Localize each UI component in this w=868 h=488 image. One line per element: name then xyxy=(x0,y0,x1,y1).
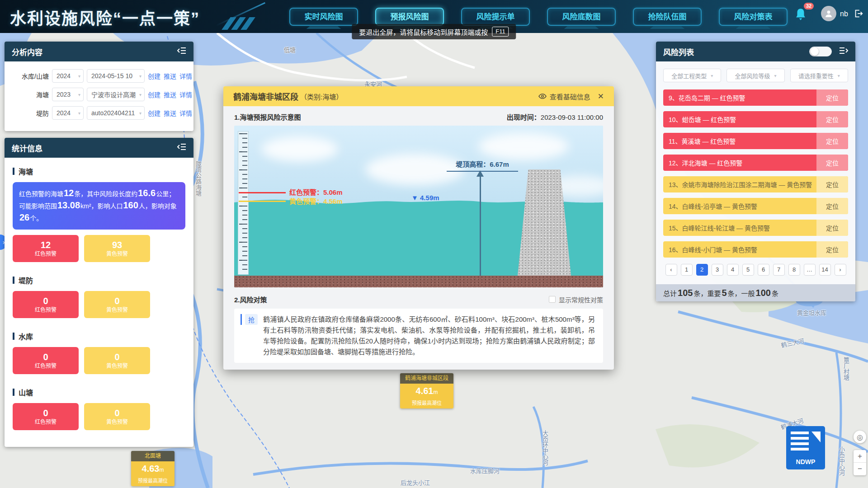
page-button[interactable]: 14 xyxy=(819,264,831,276)
detail-link[interactable]: 详情 xyxy=(179,90,192,99)
nav-forecast-risk-map[interactable]: 预报风险图 xyxy=(375,8,444,26)
locate-button[interactable]: 定位 xyxy=(816,133,848,149)
scheme-select[interactable]: 宁波市设计高潮▾ xyxy=(87,88,145,101)
detail-link[interactable]: 详情 xyxy=(179,108,192,117)
year-select[interactable]: 2024▾ xyxy=(52,69,84,83)
yellow-label: 黄色预警 xyxy=(106,419,128,426)
locate-button[interactable]: 定位 xyxy=(816,89,848,106)
avatar[interactable] xyxy=(821,6,836,21)
time-label: 出现时间： xyxy=(507,113,541,121)
create-link[interactable]: 创建 xyxy=(148,71,160,80)
year-select[interactable]: 2023▾ xyxy=(52,88,84,101)
seawall-cards: 12红色预警 93黄色预警 xyxy=(13,235,185,262)
popup-title: 北面塘 xyxy=(131,451,175,461)
locate-button[interactable]: 定位 xyxy=(816,241,848,258)
map-layers-button[interactable]: ◎ xyxy=(854,431,866,443)
yellow-warning-card[interactable]: 0黄色预警 xyxy=(84,403,150,430)
page-button[interactable]: 7 xyxy=(773,264,785,276)
create-link[interactable]: 创建 xyxy=(148,108,160,117)
water-level-marker: ▼ 4.59m xyxy=(411,194,439,202)
create-link[interactable]: 创建 xyxy=(148,90,160,99)
page-button-active[interactable]: 2 xyxy=(696,264,708,276)
map-label: 黄金坦水库 xyxy=(797,308,826,317)
red-label: 红色预警 xyxy=(35,307,57,314)
risk-item-text: 15、白峰轮江线-轮江塘 — 黄色预警 xyxy=(663,220,816,236)
push-link[interactable]: 推送 xyxy=(164,71,176,80)
risk-item[interactable]: 10、蚶岙塘 — 红色预警定位 xyxy=(663,111,848,127)
locate-button[interactable]: 定位 xyxy=(816,111,848,127)
analysis-row-seawall: 海塘 2023▾ 宁波市设计高潮▾ 创建 推送 详情 xyxy=(11,88,187,101)
map-zoom-control[interactable]: + − xyxy=(854,450,866,475)
collapse-right-icon[interactable] xyxy=(839,47,848,56)
risk-list-toggle[interactable] xyxy=(809,47,832,56)
checkbox-label: 显示常规性对策 xyxy=(559,295,603,304)
nav-risk-base-map[interactable]: 风险底数图 xyxy=(547,8,616,26)
year-select[interactable]: 2024▾ xyxy=(52,106,84,120)
risk-item[interactable]: 16、白峰线-小门塘 — 黄色预警定位 xyxy=(663,241,848,258)
push-link[interactable]: 推送 xyxy=(164,90,176,99)
page-button[interactable]: 4 xyxy=(727,264,739,276)
next-page-button[interactable]: › xyxy=(835,264,846,276)
yellow-count: 0 xyxy=(114,352,119,363)
section-seawall: 海塘 xyxy=(13,166,185,177)
nav-risk-notice-list[interactable]: 风险提示单 xyxy=(461,8,530,26)
red-count: 0 xyxy=(43,352,48,363)
page-button[interactable]: 1 xyxy=(681,264,693,276)
page-button[interactable]: 6 xyxy=(758,264,769,276)
nav-realtime-risk-map[interactable]: 实时风险图 xyxy=(289,8,358,26)
checkbox-icon[interactable] xyxy=(549,296,556,303)
risk-item[interactable]: 15、白峰轮江线-轮江塘 — 黄色预警定位 xyxy=(663,220,848,236)
row-label: 海塘 xyxy=(11,90,49,99)
scheme-value: 宁波市设计高潮 xyxy=(91,90,138,99)
logout-icon[interactable] xyxy=(854,9,863,20)
page-ellipsis[interactable]: … xyxy=(804,264,816,276)
risk-level-select[interactable]: 全部风险等级▾ xyxy=(726,69,784,82)
red-warning-card[interactable]: 0红色预警 xyxy=(13,347,79,374)
map-popup-hepu[interactable]: 鹤浦海塘非城区段 4.61m 预报最高潮位 xyxy=(400,373,453,408)
risk-item[interactable]: 14、白峰线-沿亭塘 — 黄色预警定位 xyxy=(663,198,848,214)
yellow-warning-card[interactable]: 0黄色预警 xyxy=(84,291,150,318)
close-icon[interactable]: ✕ xyxy=(598,92,604,101)
section-title: 水库 xyxy=(19,331,33,342)
page-button[interactable]: 3 xyxy=(712,264,723,276)
yellow-warning-line xyxy=(239,201,286,202)
map-popup-beimiantang[interactable]: 北面塘 4.63m 预报最高潮位 xyxy=(131,451,175,486)
summary-text: 人，影响对象 xyxy=(139,202,177,210)
prev-page-button[interactable]: ‹ xyxy=(665,264,677,276)
scheme-select[interactable]: 2024-05-15 10▾ xyxy=(87,69,145,83)
red-warning-card[interactable]: 12红色预警 xyxy=(13,235,79,262)
page-button[interactable]: 8 xyxy=(788,264,800,276)
push-link[interactable]: 推送 xyxy=(164,108,176,117)
ndwp-logo: NDWP xyxy=(786,426,825,471)
statistics-panel-body: 海塘 红色预警的海塘12条，其中风险段长度约16.6公里；可能影响范围13.08… xyxy=(5,158,193,437)
ruler-minor-ticks xyxy=(242,133,247,272)
page-button[interactable]: 5 xyxy=(742,264,754,276)
locate-button[interactable]: 定位 xyxy=(816,198,848,214)
risk-item[interactable]: 12、洋北海塘 — 红色预警定位 xyxy=(663,155,848,171)
importance-select[interactable]: 请选择重要性▾ xyxy=(790,69,848,82)
risk-list-footer: 总计105条，重要5条，一般100条 xyxy=(656,284,855,301)
risk-item[interactable]: 9、花岙岛二期 — 红色预警定位 xyxy=(663,89,848,106)
locate-button[interactable]: 定位 xyxy=(816,220,848,236)
view-basic-info-button[interactable]: 查看基础信息 xyxy=(538,92,590,101)
detail-link[interactable]: 详情 xyxy=(179,71,192,80)
project-type-select[interactable]: 全部工程类型▾ xyxy=(663,69,721,82)
yellow-warning-card[interactable]: 0黄色预警 xyxy=(84,347,150,374)
zoom-in-button[interactable]: + xyxy=(854,450,866,463)
nav-risk-countermeasure-table[interactable]: 风险对策表 xyxy=(719,8,788,26)
summary-number: 13.08 xyxy=(57,200,80,210)
collapse-icon[interactable] xyxy=(177,143,186,153)
collapse-icon[interactable] xyxy=(177,47,186,56)
red-warning-card[interactable]: 0红色预警 xyxy=(13,291,79,318)
risk-item[interactable]: 11、黄溪塘 — 红色预警定位 xyxy=(663,133,848,149)
show-routine-checkbox[interactable]: 显示常规性对策 xyxy=(549,295,603,304)
notification-bell-icon[interactable] xyxy=(795,8,807,23)
zoom-out-button[interactable]: − xyxy=(854,463,866,475)
yellow-warning-card[interactable]: 93黄色预警 xyxy=(84,235,150,262)
scheme-select[interactable]: auto202404211▾ xyxy=(87,106,145,120)
locate-button[interactable]: 定位 xyxy=(816,176,848,192)
nav-rescue-team-map[interactable]: 抢险队伍图 xyxy=(633,8,702,26)
red-warning-card[interactable]: 0红色预警 xyxy=(13,403,79,430)
risk-item[interactable]: 13、余姚市海塘除险治江围涂二期海塘 — 黄色预警定位 xyxy=(663,176,848,192)
locate-button[interactable]: 定位 xyxy=(816,155,848,171)
